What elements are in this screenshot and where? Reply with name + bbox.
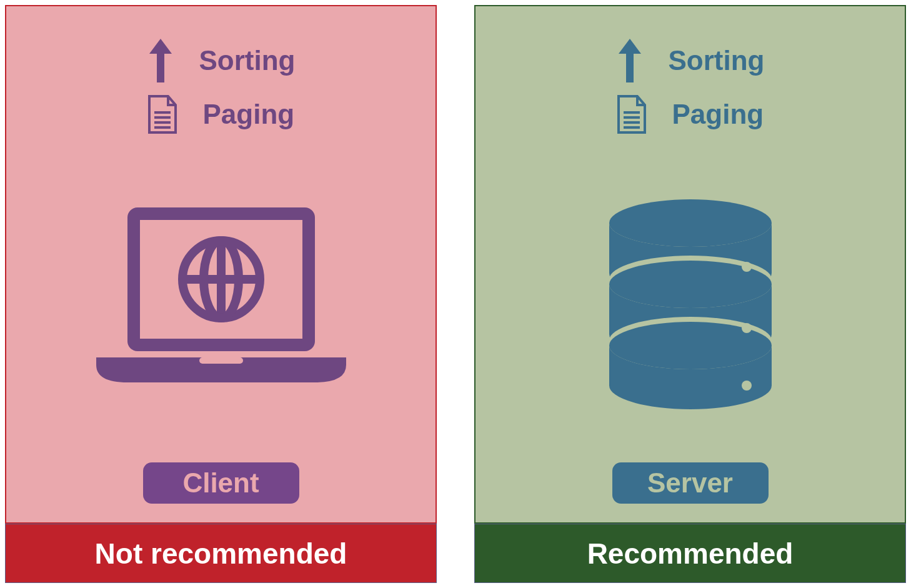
client-panel: Sorting Paging xyxy=(5,5,437,524)
client-footer: Not recommended xyxy=(5,524,437,583)
client-pill-label: Client xyxy=(182,467,259,498)
document-icon xyxy=(147,95,178,134)
client-paging-row: Paging xyxy=(147,95,296,134)
laptop-graphic xyxy=(77,152,365,456)
client-sorting-row: Sorting xyxy=(147,37,296,84)
svg-rect-6 xyxy=(199,357,243,364)
database-graphic xyxy=(597,152,784,456)
document-icon xyxy=(616,95,647,134)
client-paging-label: Paging xyxy=(203,99,295,130)
server-footer-label: Recommended xyxy=(587,537,794,571)
server-pill: Server xyxy=(612,462,769,504)
server-panel: Sorting Paging xyxy=(474,5,906,524)
database-icon xyxy=(597,198,784,411)
server-pill-label: Server xyxy=(647,467,733,498)
client-sorting-label: Sorting xyxy=(199,45,296,76)
svg-point-20 xyxy=(742,262,752,272)
server-feature-list: Sorting Paging xyxy=(616,37,765,134)
svg-point-15 xyxy=(609,199,772,247)
svg-point-22 xyxy=(742,381,752,391)
server-sorting-label: Sorting xyxy=(669,45,765,76)
client-pill: Client xyxy=(143,462,299,504)
server-paging-row: Paging xyxy=(616,95,765,134)
arrow-up-icon xyxy=(616,37,644,84)
laptop-icon xyxy=(77,201,365,407)
client-feature-list: Sorting Paging xyxy=(147,37,296,134)
server-paging-label: Paging xyxy=(672,99,764,130)
arrow-up-icon xyxy=(147,37,174,84)
globe-icon xyxy=(182,241,260,318)
server-sorting-row: Sorting xyxy=(616,37,765,84)
client-panel-group: Sorting Paging xyxy=(5,5,437,583)
svg-point-21 xyxy=(742,323,752,333)
server-footer: Recommended xyxy=(474,524,906,583)
server-panel-group: Sorting Paging xyxy=(474,5,906,583)
client-footer-label: Not recommended xyxy=(95,537,347,571)
